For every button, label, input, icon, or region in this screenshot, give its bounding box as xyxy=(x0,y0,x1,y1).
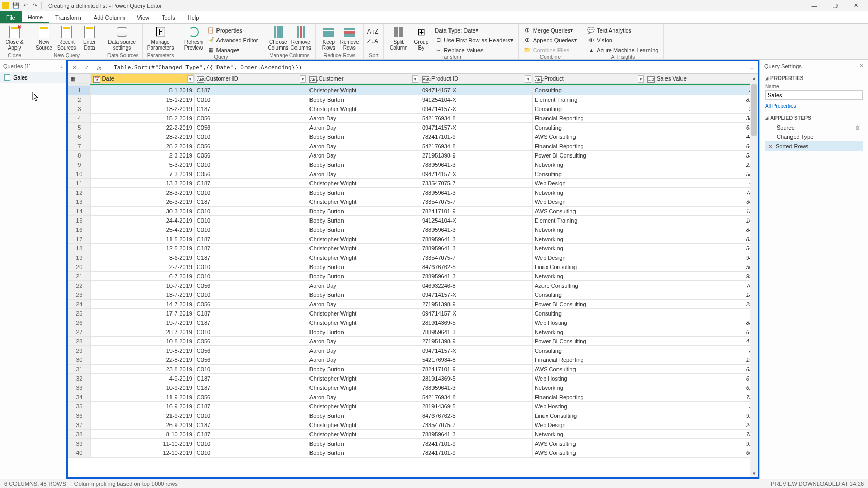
cell[interactable]: Christopher Wright xyxy=(307,430,420,439)
table-row[interactable]: 2810-8-2019C056Aaron Day271951398-9Power… xyxy=(68,337,758,346)
combine-files-button[interactable]: 📁Combine Files xyxy=(524,45,577,54)
cell[interactable]: 616 xyxy=(645,327,757,337)
cell[interactable]: 788959641-3 xyxy=(420,244,532,253)
cell[interactable]: 642 xyxy=(645,141,757,151)
formula-input[interactable] xyxy=(107,64,744,71)
table-row[interactable]: 193-6-2019C187Christopher Wright73354707… xyxy=(68,253,758,262)
cell[interactable]: C187 xyxy=(194,197,307,207)
query-item-sales[interactable]: Sales xyxy=(0,72,66,83)
cell[interactable]: 5-1-2019 xyxy=(90,86,194,95)
cell[interactable]: 12-10-2019 xyxy=(90,448,194,458)
cell[interactable]: 788959641-3 xyxy=(420,272,532,281)
table-row[interactable]: 2313-7-2019C010Bobby Burton094714157-XCo… xyxy=(68,290,758,300)
cell[interactable]: Consulting xyxy=(532,346,645,355)
cell[interactable]: Consulting xyxy=(532,169,645,179)
cell[interactable]: C010 xyxy=(194,327,307,337)
cell[interactable]: 833 xyxy=(645,234,757,244)
column-header[interactable]: ABCCustomer ID▾ xyxy=(194,74,307,84)
first-row-headers-button[interactable]: ⊟Use First Row as Headers ▾ xyxy=(435,36,513,44)
vision-button[interactable]: 👁Vision xyxy=(587,36,658,44)
cell[interactable]: C010 xyxy=(194,290,307,300)
cell[interactable]: 59 xyxy=(645,86,757,95)
cell[interactable]: 723 xyxy=(645,392,757,402)
cell[interactable]: 915 xyxy=(645,439,757,448)
cell[interactable]: Linux Consulting xyxy=(532,411,645,420)
table-row[interactable]: 3911-10-2019C010Bobby Burton782417101-9A… xyxy=(68,439,758,448)
cell[interactable]: 2-7-2019 xyxy=(90,262,194,272)
cell[interactable]: 7-3-2019 xyxy=(90,169,194,179)
cell[interactable]: 706 xyxy=(645,281,757,290)
cell[interactable]: C010 xyxy=(194,207,307,216)
cell[interactable]: 487 xyxy=(645,132,757,141)
cell[interactable]: Christopher Wright xyxy=(307,402,420,411)
tab-tools[interactable]: Tools xyxy=(156,11,181,23)
cell[interactable]: Christopher Wright xyxy=(307,244,420,253)
cell[interactable]: 10-9-2019 xyxy=(90,383,194,392)
remove-columns-button[interactable]: Remove Columns xyxy=(289,25,312,51)
cell[interactable]: Consulting xyxy=(532,309,645,318)
sort-asc-button[interactable]: A↓Z xyxy=(369,27,378,36)
tab-transform[interactable]: Transform xyxy=(49,11,87,23)
sort-desc-button[interactable]: Z↓A xyxy=(369,37,378,45)
cell[interactable]: Christopher Wright xyxy=(307,179,420,188)
query-name-input[interactable] xyxy=(765,90,863,100)
table-row[interactable]: 216-7-2019C010Bobby Burton788959641-3Net… xyxy=(68,272,758,281)
cell[interactable]: C056 xyxy=(194,114,307,123)
merge-queries-button[interactable]: ⊕Merge Queries ▾ xyxy=(524,26,577,35)
cell[interactable]: 788959641-3 xyxy=(420,225,532,234)
cell[interactable]: Consulting xyxy=(532,290,645,300)
refresh-preview-button[interactable]: Refresh Preview xyxy=(182,25,205,51)
cell[interactable]: 303 xyxy=(645,197,757,207)
properties-section-title[interactable]: PROPERTIES xyxy=(765,75,863,81)
cell[interactable]: 478 xyxy=(645,337,757,346)
table-row[interactable]: 3726-9-2019C187Christopher Wright7335470… xyxy=(68,420,758,430)
table-row[interactable]: 215-1-2019C010Bobby Burton941254104-XEle… xyxy=(68,95,758,104)
cell[interactable]: C010 xyxy=(194,188,307,197)
table-row[interactable]: 15-1-2019C187Christopher Wright094714157… xyxy=(68,86,758,95)
table-row[interactable]: 3621-9-2019C010Bobby Burton847676762-5Li… xyxy=(68,411,758,420)
table-row[interactable]: 1812-5-2019C187Christopher Wright7889596… xyxy=(68,244,758,253)
cell[interactable]: C056 xyxy=(194,151,307,160)
cell[interactable]: 42 xyxy=(645,179,757,188)
cell[interactable]: 990 xyxy=(645,272,757,281)
cell[interactable]: 782417101-9 xyxy=(420,365,532,374)
group-by-button[interactable]: ⊞Group By xyxy=(410,25,432,51)
cell[interactable]: C010 xyxy=(194,439,307,448)
cell[interactable]: AWS Consulting xyxy=(532,439,645,448)
table-row[interactable]: 2517-7-2019C187Christopher Wright0947141… xyxy=(68,309,758,318)
cell[interactable]: 542176934-8 xyxy=(420,114,532,123)
cell[interactable]: AWS Consulting xyxy=(532,365,645,374)
table-row[interactable]: 3411-9-2019C056Aaron Day542176934-8Finan… xyxy=(68,392,758,402)
table-row[interactable]: 3516-9-2019C187Christopher Wright2819143… xyxy=(68,402,758,411)
cell[interactable]: 184 xyxy=(645,290,757,300)
cell[interactable]: Bobby Burton xyxy=(307,95,420,104)
table-row[interactable]: 1711-5-2019C187Christopher Wright7889596… xyxy=(68,234,758,244)
cell[interactable]: Consulting xyxy=(532,123,645,132)
cell[interactable]: Bobby Burton xyxy=(307,327,420,337)
table-row[interactable]: 313-2-2019C187Christopher Wright09471415… xyxy=(68,104,758,114)
cell[interactable]: 11-5-2019 xyxy=(90,234,194,244)
cell[interactable]: C010 xyxy=(194,262,307,272)
cell[interactable]: Christopher Wright xyxy=(307,104,420,114)
replace-values-button[interactable]: →Replace Values xyxy=(435,45,513,54)
cell[interactable]: C187 xyxy=(194,383,307,392)
table-row[interactable]: 2919-8-2019C056Aaron Day094714157-XConsu… xyxy=(68,346,758,355)
cell[interactable]: Christopher Wright xyxy=(307,383,420,392)
minimize-button[interactable]: — xyxy=(804,1,825,11)
table-row[interactable]: 388-10-2019C187Christopher Wright7889596… xyxy=(68,430,758,439)
cell[interactable]: Financial Reporting xyxy=(532,141,645,151)
table-row[interactable]: 1223-3-2019C010Bobby Burton788959641-3Ne… xyxy=(68,188,758,197)
cell[interactable]: AWS Consulting xyxy=(532,448,645,458)
column-header[interactable]: 📅Date▾ xyxy=(90,74,194,84)
cell[interactable]: 242 xyxy=(645,420,757,430)
cell[interactable]: C187 xyxy=(194,402,307,411)
cell[interactable]: C187 xyxy=(194,420,307,430)
cell[interactable]: 941254104-X xyxy=(420,95,532,104)
cell[interactable]: 271951398-9 xyxy=(420,151,532,160)
cell[interactable]: Bobby Burton xyxy=(307,262,420,272)
text-analytics-button[interactable]: 💬Text Analytics xyxy=(587,26,658,35)
cell[interactable]: 389 xyxy=(645,114,757,123)
cell[interactable]: C056 xyxy=(194,141,307,151)
cell[interactable]: 539 xyxy=(645,151,757,160)
cell[interactable]: Aaron Day xyxy=(307,151,420,160)
